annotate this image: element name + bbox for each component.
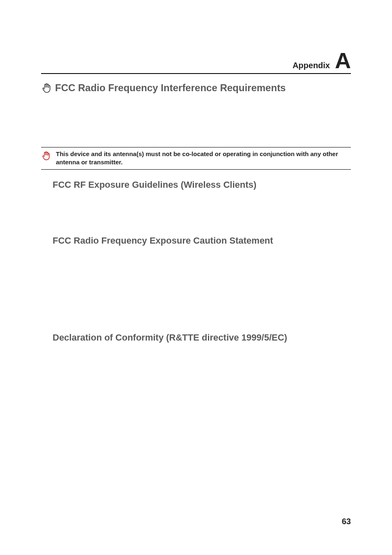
- subsection-title-1: FCC RF Exposure Guidelines (Wireless Cli…: [41, 180, 351, 190]
- important-icon: [41, 151, 51, 161]
- appendix-header: Appendix A: [41, 49, 351, 74]
- section-title: FCC Radio Frequency Interference Require…: [55, 82, 286, 94]
- note-block: This device and its antenna(s) must not …: [41, 147, 351, 170]
- note-text: This device and its antenna(s) must not …: [56, 150, 351, 167]
- hand-icon: [41, 83, 52, 93]
- subsection-title-3: Declaration of Conformity (R&TTE directi…: [41, 332, 351, 343]
- page-number: 63: [342, 517, 351, 526]
- appendix-letter: A: [335, 49, 351, 71]
- appendix-label: Appendix: [293, 61, 330, 70]
- section-title-row: FCC Radio Frequency Interference Require…: [41, 82, 351, 94]
- subsection-title-2: FCC Radio Frequency Exposure Caution Sta…: [41, 235, 351, 246]
